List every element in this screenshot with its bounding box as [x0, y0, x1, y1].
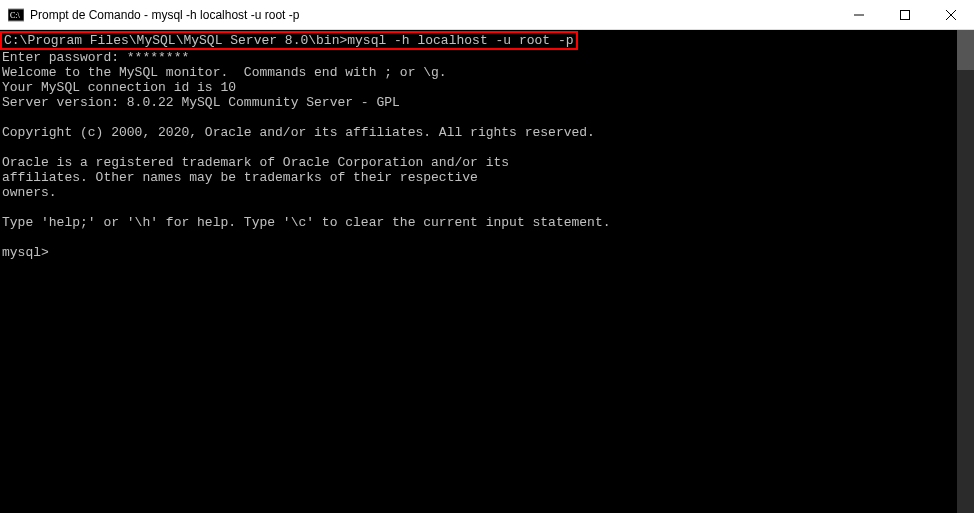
terminal-output-lines: Enter password: ********Welcome to the M…: [0, 50, 974, 245]
terminal-line: Server version: 8.0.22 MySQL Community S…: [0, 95, 974, 110]
window-controls: [836, 0, 974, 29]
prompt-line: mysql>: [0, 245, 974, 260]
terminal-line: Your MySQL connection id is 10: [0, 80, 974, 95]
command-text: C:\Program Files\MySQL\MySQL Server 8.0\…: [0, 31, 578, 50]
terminal-line: affiliates. Other names may be trademark…: [0, 170, 974, 185]
terminal-line: Type 'help;' or '\h' for help. Type '\c'…: [0, 215, 974, 230]
scrollbar-thumb[interactable]: [957, 30, 974, 70]
maximize-button[interactable]: [882, 0, 928, 29]
terminal-line: [0, 200, 974, 215]
scrollbar-track[interactable]: [957, 30, 974, 513]
highlighted-command-line: C:\Program Files\MySQL\MySQL Server 8.0\…: [0, 31, 974, 50]
terminal-line: Oracle is a registered trademark of Orac…: [0, 155, 974, 170]
terminal-line: [0, 110, 974, 125]
terminal-line: [0, 230, 974, 245]
window-titlebar: C:\ Prompt de Comando - mysql -h localho…: [0, 0, 974, 30]
terminal-line: Welcome to the MySQL monitor. Commands e…: [0, 65, 974, 80]
mysql-prompt: mysql>: [2, 245, 49, 260]
minimize-button[interactable]: [836, 0, 882, 29]
svg-rect-3: [901, 10, 910, 19]
terminal-content: C:\Program Files\MySQL\MySQL Server 8.0\…: [0, 30, 974, 260]
terminal-line: owners.: [0, 185, 974, 200]
close-button[interactable]: [928, 0, 974, 29]
window-title: Prompt de Comando - mysql -h localhost -…: [30, 8, 836, 22]
terminal-line: Enter password: ********: [0, 50, 974, 65]
svg-text:C:\: C:\: [10, 11, 21, 20]
cmd-icon: C:\: [8, 7, 24, 23]
terminal-line: [0, 140, 974, 155]
terminal-area[interactable]: C:\Program Files\MySQL\MySQL Server 8.0\…: [0, 30, 974, 513]
cursor: [57, 247, 64, 260]
terminal-line: Copyright (c) 2000, 2020, Oracle and/or …: [0, 125, 974, 140]
